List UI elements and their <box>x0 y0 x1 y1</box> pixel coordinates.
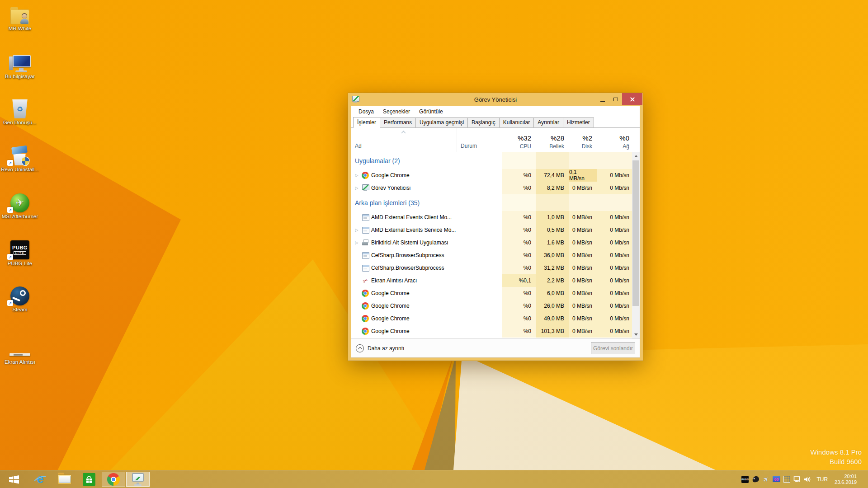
desktop-icon-ekran-alintisi[interactable]: Ekran Alıntısı <box>0 336 40 365</box>
process-row[interactable]: Google Chrome %0 101,3 MB 0 MB/sn 0 Mb/s… <box>351 325 634 338</box>
expander-icon[interactable]: ▷ <box>354 186 359 190</box>
internet-explorer-button[interactable]: e <box>28 472 52 487</box>
clock[interactable]: 20:01 23.6.2019 <box>833 474 860 485</box>
process-row[interactable]: Google Chrome %0 26,0 MB 0 MB/sn 0 Mb/sn <box>351 300 634 312</box>
column-header-durum[interactable]: Durum <box>457 128 502 152</box>
memory-cell: 49,0 MB <box>536 312 569 325</box>
task-manager-window: Görev Yöneticisi DosyaSeçeneklerGörüntül… <box>348 93 643 361</box>
menu-item-dosya[interactable]: Dosya <box>355 107 377 116</box>
process-row[interactable]: CefSharp.BrowserSubprocess %0 36,0 MB 0 … <box>351 249 634 262</box>
desktop: Windows 8.1 Pro Build 9600 MR.White Bu b… <box>0 0 868 488</box>
column-header-bellek[interactable]: %28 Bellek <box>536 128 569 152</box>
process-row[interactable]: ✂Ekran Alıntısı Aracı %0,1 2,2 MB 0 MB/s… <box>351 274 634 287</box>
network-cell: 0 Mb/sn <box>597 236 634 249</box>
desktop-icon-mr-white[interactable]: MR.White <box>0 3 40 32</box>
section-row[interactable]: Uygulamalar (2) <box>351 152 634 169</box>
desktop-icon-pubg-lite[interactable]: PUBGLITE↗ PUBG Lite <box>0 238 40 267</box>
grid-tray-icon[interactable] <box>783 475 791 483</box>
tab[interactable]: Kullanıcılar <box>499 117 534 127</box>
network-cell: 0 Mb/sn <box>597 224 634 236</box>
process-name: CefSharp.BrowserSubprocess <box>371 252 444 258</box>
language-indicator[interactable]: TUR <box>814 476 830 483</box>
column-header-disk[interactable]: %2 Disk <box>569 128 597 152</box>
process-row[interactable]: ▷Google Chrome %0 72,4 MB 0,1 MB/sn 0 Mb… <box>351 169 634 182</box>
fps-60-tray-icon[interactable]: 60 <box>772 475 780 483</box>
disk-cell: 0 MB/sn <box>569 262 597 274</box>
process-status <box>457 224 502 236</box>
process-list: Uygulamalar (2) ▷Google Chrome %0 72,4 M… <box>351 152 634 338</box>
desktop-icon-revo-uninstaller[interactable]: ↗ Revo Uninstall... <box>0 144 40 173</box>
expander-icon[interactable]: ▷ <box>354 173 359 178</box>
cpu-cell: %0 <box>502 287 536 300</box>
volume-tray-icon[interactable] <box>803 475 811 483</box>
cpu-cell: %0 <box>502 262 536 274</box>
user-folder-icon <box>10 9 29 24</box>
eagle-tray-icon[interactable] <box>751 475 760 483</box>
titlebar[interactable]: Görev Yöneticisi <box>348 93 643 106</box>
process-row[interactable]: CefSharp.BrowserSubprocess %0 31,2 MB 0 … <box>351 262 634 274</box>
column-header-cpu[interactable]: %32 CPU <box>502 128 536 152</box>
tab[interactable]: İşlemler <box>353 117 380 127</box>
tab[interactable]: Performans <box>380 117 416 127</box>
scroll-down-icon[interactable] <box>632 331 640 338</box>
column-header-ag[interactable]: %0 Ağ <box>597 128 634 152</box>
scrollbar-thumb[interactable] <box>632 160 639 306</box>
expander-icon[interactable]: ▷ <box>354 240 359 245</box>
network-tray-icon[interactable] <box>793 475 801 483</box>
process-status <box>457 300 502 312</box>
task-manager-icon <box>131 473 145 486</box>
printer-icon <box>362 239 369 246</box>
end-task-button[interactable]: Görevi sonlandır <box>591 342 635 354</box>
tab[interactable]: Başlangıç <box>467 117 500 127</box>
process-row[interactable]: Google Chrome %0 49,0 MB 0 MB/sn 0 Mb/sn <box>351 312 634 325</box>
process-name: Google Chrome <box>371 303 410 309</box>
close-button[interactable] <box>622 93 642 105</box>
expander-icon[interactable]: ▷ <box>354 228 359 232</box>
maximize-button[interactable] <box>609 93 622 105</box>
pubg-tray-icon[interactable]: PUBG <box>741 475 749 483</box>
memory-cell: 2,2 MB <box>536 274 569 287</box>
shortcut-arrow-icon: ↗ <box>7 254 13 260</box>
cpu-cell: %0,1 <box>502 274 536 287</box>
msi-afterburner-icon: ✈ <box>10 193 29 212</box>
desktop-icon-label: Ekran Alıntısı <box>0 359 40 365</box>
network-cell: 0 Mb/sn <box>597 262 634 274</box>
process-row[interactable]: Google Chrome %0 6,0 MB 0 MB/sn 0 Mb/sn <box>351 287 634 300</box>
tab[interactable]: Hizmetler <box>563 117 594 127</box>
section-row[interactable]: Arka plan işlemleri (35) <box>351 194 634 211</box>
process-row[interactable]: ▷Görev Yöneticisi %0 8,2 MB 0 MB/sn 0 Mb… <box>351 182 634 194</box>
task-manager-button[interactable] <box>126 472 150 487</box>
start-button[interactable] <box>0 470 28 488</box>
cpu-cell: %0 <box>502 182 536 194</box>
tab[interactable]: Ayrıntılar <box>533 117 563 127</box>
scrollbar[interactable] <box>632 152 640 338</box>
process-row[interactable]: AMD External Events Client Mo... %0 1,0 … <box>351 211 634 224</box>
desktop-icon-msi-afterburner[interactable]: ✈↗ MSI Afterburner <box>0 191 40 220</box>
jet-tray-icon[interactable]: ✈ <box>762 475 770 483</box>
process-name: Görev Yöneticisi <box>371 185 410 191</box>
desktop-icon-steam[interactable]: ↗ Steam <box>0 284 40 313</box>
memory-cell: 6,0 MB <box>536 287 569 300</box>
tab[interactable]: Uygulama geçmişi <box>415 117 468 127</box>
store-button[interactable] <box>77 472 101 487</box>
pubg-lite-icon: PUBGLITE <box>10 240 29 259</box>
menu-item-görüntüle[interactable]: Görüntüle <box>415 107 447 116</box>
tabbar: İşlemlerPerformansUygulama geçmişiBaşlan… <box>351 117 640 128</box>
file-explorer-button[interactable] <box>53 472 76 487</box>
disk-cell: 0 MB/sn <box>569 312 597 325</box>
shortcut-arrow-icon: ↗ <box>7 207 13 213</box>
cpu-cell: %0 <box>502 325 536 338</box>
chrome-button[interactable] <box>102 472 125 487</box>
process-row[interactable]: ▷AMD External Events Service Mo... %0 0,… <box>351 224 634 236</box>
scroll-up-icon[interactable] <box>632 152 640 160</box>
minimize-button[interactable] <box>596 93 609 105</box>
desktop-icon-bu-bilgisayar[interactable]: Bu bilgisayar <box>0 51 40 80</box>
process-status <box>457 312 502 325</box>
process-row[interactable]: ▷Biriktirici Alt Sistemi Uygulaması %0 1… <box>351 236 634 249</box>
desktop-icon-geri-donusum-kutusu[interactable]: ♻ Geri Dönüşü... <box>0 97 40 126</box>
menu-item-seçenekler[interactable]: Seçenekler <box>379 107 414 116</box>
revo-uninstaller-icon <box>11 146 29 165</box>
column-header-ad[interactable]: Ad <box>351 128 457 152</box>
cpu-cell: %0 <box>502 211 536 224</box>
fewer-details-toggle[interactable]: Daha az ayrıntı <box>356 344 404 352</box>
